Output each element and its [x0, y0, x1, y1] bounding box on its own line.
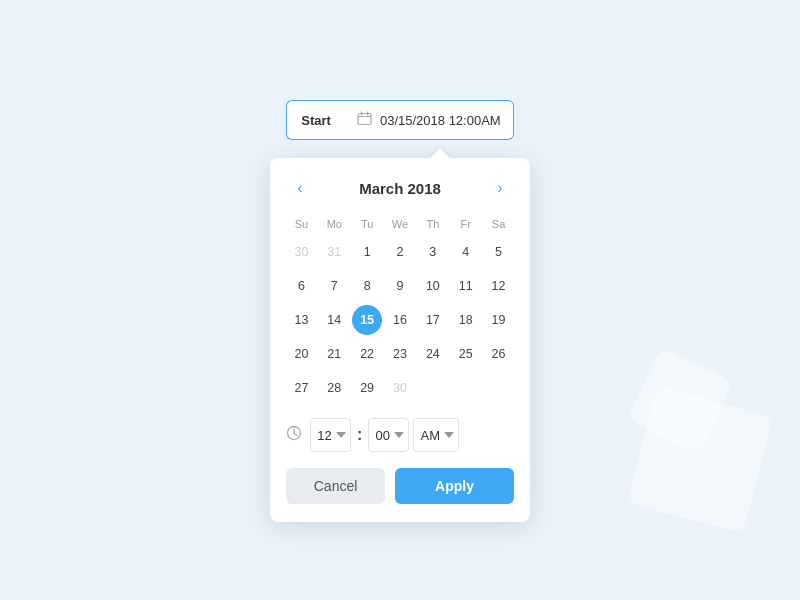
start-label: Start: [286, 100, 345, 140]
calendar-day[interactable]: 13: [286, 305, 316, 335]
chevron-left-icon: ‹: [297, 179, 302, 197]
calendar-day[interactable]: 8: [352, 271, 382, 301]
day-of-week-header: Su: [286, 214, 317, 234]
apply-button[interactable]: Apply: [395, 468, 514, 504]
clock-icon: [286, 425, 302, 445]
calendar-day[interactable]: 19: [484, 305, 514, 335]
next-month-button[interactable]: ›: [486, 174, 514, 202]
calendar-day[interactable]: 24: [418, 339, 448, 369]
calendar-day[interactable]: 30: [286, 237, 316, 267]
calendar-day[interactable]: 9: [385, 271, 415, 301]
calendar-day[interactable]: 25: [451, 339, 481, 369]
calendar-day[interactable]: 7: [319, 271, 349, 301]
calendar-day[interactable]: 20: [286, 339, 316, 369]
day-of-week-header: Mo: [319, 214, 350, 234]
chevron-right-icon: ›: [497, 179, 502, 197]
svg-line-6: [294, 434, 297, 436]
calendar-day[interactable]: 23: [385, 339, 415, 369]
date-value: 03/15/2018 12:00AM: [380, 113, 501, 128]
calendar-day[interactable]: 3: [418, 237, 448, 267]
prev-month-button[interactable]: ‹: [286, 174, 314, 202]
calendar-day[interactable]: 11: [451, 271, 481, 301]
calendar-day[interactable]: 30: [385, 373, 415, 403]
calendar-day[interactable]: 17: [418, 305, 448, 335]
day-of-week-header: Tu: [352, 214, 383, 234]
popup-arrow: [430, 148, 450, 158]
calendar-day[interactable]: 1: [352, 237, 382, 267]
calendar-day[interactable]: 18: [451, 305, 481, 335]
day-of-week-header: Fr: [450, 214, 481, 234]
hour-select[interactable]: 121234567891011: [310, 418, 351, 452]
calendar-day[interactable]: 14: [319, 305, 349, 335]
day-of-week-header: We: [385, 214, 416, 234]
calendar-day[interactable]: 29: [352, 373, 382, 403]
calendar-day[interactable]: 22: [352, 339, 382, 369]
time-row: 121234567891011 : 00153045 AMPM: [286, 418, 514, 452]
date-field[interactable]: 03/15/2018 12:00AM: [345, 100, 514, 140]
calendar-day[interactable]: 15: [352, 305, 382, 335]
calendar-day[interactable]: 21: [319, 339, 349, 369]
calendar-day[interactable]: 12: [484, 271, 514, 301]
day-of-week-header: Sa: [483, 214, 514, 234]
calendar-day[interactable]: 28: [319, 373, 349, 403]
date-input-row: Start 03/15/2018 12:00AM: [286, 100, 513, 140]
time-colon: :: [357, 426, 362, 444]
calendar-popup: ‹ March 2018 › SuMoTuWeThFrSa30311234567…: [270, 158, 530, 522]
calendar-day[interactable]: 5: [484, 237, 514, 267]
calendar-day[interactable]: 2: [385, 237, 415, 267]
calendar-day[interactable]: 27: [286, 373, 316, 403]
action-buttons: Cancel Apply: [286, 468, 514, 504]
svg-rect-0: [358, 114, 371, 125]
calendar-day[interactable]: 4: [451, 237, 481, 267]
day-of-week-header: Th: [417, 214, 448, 234]
calendar-header: ‹ March 2018 ›: [286, 174, 514, 202]
calendar-day[interactable]: 31: [319, 237, 349, 267]
minute-select[interactable]: 00153045: [368, 418, 409, 452]
calendar-icon: [357, 111, 372, 129]
calendar-day[interactable]: 26: [484, 339, 514, 369]
calendar-grid: SuMoTuWeThFrSa30311234567891011121314151…: [286, 214, 514, 404]
calendar-day[interactable]: 6: [286, 271, 316, 301]
calendar-day[interactable]: 10: [418, 271, 448, 301]
calendar-day[interactable]: 16: [385, 305, 415, 335]
period-select[interactable]: AMPM: [413, 418, 459, 452]
cancel-button[interactable]: Cancel: [286, 468, 385, 504]
month-year-label: March 2018: [359, 180, 441, 197]
